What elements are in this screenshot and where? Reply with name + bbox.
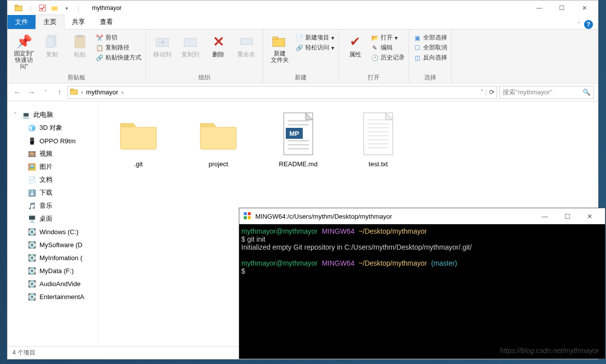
svg-rect-1 — [15, 5, 18, 6]
copypath-icon: 📋 — [95, 44, 103, 52]
search-icon[interactable]: 🔍 — [583, 88, 591, 96]
file-item-project[interactable]: project — [188, 111, 248, 168]
forward-button[interactable]: → — [25, 86, 37, 98]
file-item-test[interactable]: test.txt — [348, 111, 408, 168]
sidebar-item-downloads[interactable]: ⬇️下载 — [7, 186, 98, 199]
sidebar-item-video[interactable]: 🎞️视频 — [7, 147, 98, 160]
sidebar-item-pictures[interactable]: 🖼️图片 — [7, 160, 98, 173]
edit-icon: ✎ — [371, 44, 379, 52]
chevron-right-icon[interactable]: › — [81, 88, 83, 96]
cut-button[interactable]: ✂️剪切 — [95, 33, 141, 42]
rename-button[interactable]: 重命名 — [234, 31, 259, 59]
file-item-git[interactable]: .git — [108, 111, 168, 168]
open-button[interactable]: 📂打开 ▾ — [371, 33, 405, 42]
svg-rect-35 — [248, 216, 251, 219]
shortcut-icon: 🔗 — [95, 54, 103, 62]
copy-icon — [44, 33, 60, 49]
newfolder-icon — [272, 33, 288, 49]
address-bar[interactable]: › mythmayor › ˅ | ⟳ — [67, 86, 497, 99]
navigation-pane[interactable]: ˅💻此电脑 🧊3D 对象 📱OPPO R9tm 🎞️视频 🖼️图片 📄文档 ⬇️… — [7, 101, 98, 346]
paste-icon — [72, 33, 88, 49]
term-minimize-button[interactable]: — — [534, 209, 556, 224]
delete-button[interactable]: ✕删除 — [206, 31, 231, 59]
edit-button[interactable]: ✎编辑 — [371, 43, 405, 52]
terminal-body[interactable]: mythmayor@mythmayor MINGW64 ~/Desktop/my… — [239, 224, 605, 359]
search-input[interactable]: 搜索"mythmayor" 🔍 — [499, 86, 594, 99]
sidebar-item-drive-f[interactable]: 💽MyData (F:) — [7, 264, 98, 277]
checkbox-icon[interactable] — [38, 3, 47, 12]
easyaccess-button[interactable]: 🔗轻松访问 ▾ — [295, 43, 334, 52]
chevron-right-icon[interactable]: › — [121, 88, 123, 96]
search-placeholder: 搜索"mythmayor" — [503, 88, 553, 97]
expand-icon[interactable]: ˅ — [13, 111, 18, 119]
ribbon-group-clipboard: 📌 固定到" 快速访问" 复制 粘贴 ✂️剪切 📋复制路径 🔗粘贴快捷方式 剪 — [7, 29, 146, 83]
sidebar-item-documents[interactable]: 📄文档 — [7, 173, 98, 186]
sidebar-item-drive-d[interactable]: 💽MySoftware (D — [7, 238, 98, 251]
refresh-icon[interactable]: ⟳ — [489, 88, 495, 96]
folder-icon — [196, 111, 241, 156]
recent-button[interactable]: ˅ — [39, 86, 51, 98]
sidebar-item-drive-g[interactable]: 💽AudioAndVide — [7, 277, 98, 290]
file-label: .git — [134, 160, 142, 168]
properties-button[interactable]: ✔属性 — [343, 31, 368, 59]
tab-file[interactable]: 文件 — [7, 15, 35, 29]
dropdown-icon[interactable]: ˅ — [481, 89, 484, 95]
svg-rect-32 — [244, 212, 247, 215]
sidebar-item-music[interactable]: 🎵音乐 — [7, 199, 98, 212]
term-close-button[interactable]: ✕ — [579, 209, 601, 224]
history-button[interactable]: 🕑历史记录 — [371, 53, 405, 62]
maximize-button[interactable]: ☐ — [551, 0, 573, 15]
phone-icon: 📱 — [27, 136, 36, 145]
svg-rect-33 — [248, 212, 251, 215]
copyto-button[interactable]: 复制到 — [178, 31, 203, 59]
pasteshortcut-button[interactable]: 🔗粘贴快捷方式 — [95, 53, 141, 62]
ribbon-tabs: 文件 主页 共享 查看 ˆ ? — [7, 15, 598, 29]
ribbon-group-organize: 移动到 复制到 ✕删除 重命名 组织 — [146, 29, 263, 83]
sidebar-item-phone[interactable]: 📱OPPO R9tm — [7, 134, 98, 147]
paste-button[interactable]: 粘贴 — [67, 31, 92, 59]
sidebar-item-drive-h[interactable]: 💽EntertainmentA — [7, 290, 98, 303]
invert-button[interactable]: ◫反向选择 — [413, 53, 447, 62]
folder-small-icon[interactable] — [50, 3, 59, 12]
svg-rect-14 — [70, 89, 73, 90]
moveto-icon — [154, 33, 170, 49]
newfolder-button[interactable]: 新建 文件夹 — [267, 31, 292, 63]
divider-icon: | — [26, 3, 35, 12]
tab-view[interactable]: 查看 — [92, 15, 120, 29]
copy-button[interactable]: 复制 — [39, 31, 64, 59]
collapse-ribbon-icon[interactable]: ˆ — [578, 21, 580, 28]
newitem-button[interactable]: 📄新建项目 ▾ — [295, 33, 334, 42]
file-item-readme[interactable]: MP README.md — [268, 111, 328, 168]
copypath-button[interactable]: 📋复制路径 — [95, 43, 141, 52]
svg-rect-3 — [51, 6, 57, 10]
sidebar-item-3d[interactable]: 🧊3D 对象 — [7, 121, 98, 134]
disk-icon: 💽 — [27, 266, 36, 275]
pin-quickaccess-button[interactable]: 📌 固定到" 快速访问" — [11, 31, 36, 70]
breadcrumb-current[interactable]: mythmayor — [86, 88, 118, 96]
selectnone-button[interactable]: ☐全部取消 — [413, 43, 447, 52]
selectall-button[interactable]: ▣全部选择 — [413, 33, 447, 42]
close-button[interactable]: ✕ — [573, 0, 596, 15]
sidebar-item-drive-e[interactable]: 💽MyInfomation ( — [7, 251, 98, 264]
pc-icon: 💻 — [21, 110, 30, 119]
invert-icon: ◫ — [413, 54, 421, 62]
svg-rect-9 — [184, 38, 196, 46]
sidebar-item-drive-c[interactable]: 💽Windows (C:) — [7, 225, 98, 238]
ribbon: 📌 固定到" 快速访问" 复制 粘贴 ✂️剪切 📋复制路径 🔗粘贴快捷方式 剪 — [7, 29, 598, 83]
folder-icon — [14, 3, 23, 12]
sidebar-item-thispc[interactable]: ˅💻此电脑 — [7, 108, 98, 121]
tab-share[interactable]: 共享 — [64, 15, 92, 29]
dropdown-icon[interactable]: ▾ — [62, 3, 71, 12]
moveto-button[interactable]: 移动到 — [150, 31, 175, 59]
help-icon[interactable]: ? — [584, 20, 593, 29]
minimize-button[interactable]: — — [528, 0, 551, 15]
status-text: 4 个项目 — [12, 349, 35, 357]
term-maximize-button[interactable]: ☐ — [556, 209, 579, 224]
sidebar-item-desktop[interactable]: 🖥️桌面 — [7, 212, 98, 225]
markdown-icon: MP — [276, 111, 321, 156]
back-button[interactable]: ← — [11, 86, 23, 98]
up-button[interactable]: ↑ — [53, 86, 65, 98]
easyaccess-icon: 🔗 — [295, 44, 303, 52]
disk-icon: 💽 — [27, 253, 36, 262]
tab-home[interactable]: 主页 — [35, 14, 64, 29]
